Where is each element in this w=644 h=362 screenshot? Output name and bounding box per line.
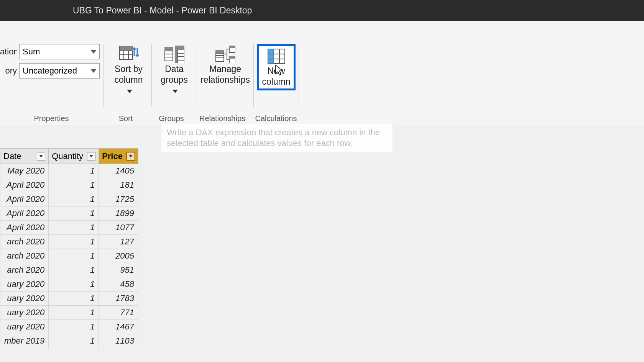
column-header-quantity[interactable]: Quantity xyxy=(49,149,99,164)
cell-date[interactable]: April 2020 xyxy=(0,178,49,192)
cell-price[interactable]: 1405 xyxy=(99,164,138,178)
ribbon-group-labels: Properties Sort Groups Relationships Cal… xyxy=(0,114,644,123)
cell-date[interactable]: uary 2020 xyxy=(0,320,49,334)
cell-quantity[interactable]: 1 xyxy=(49,206,99,221)
cell-quantity[interactable]: 1 xyxy=(49,320,99,334)
manage-relationships-button[interactable]: Manage relationships xyxy=(197,44,253,87)
svg-rect-18 xyxy=(175,46,177,63)
cell-quantity[interactable]: 1 xyxy=(49,178,99,192)
data-groups-label: Data groups xyxy=(159,64,190,96)
cell-price[interactable]: 1725 xyxy=(99,192,138,206)
cell-price[interactable]: 181 xyxy=(99,178,138,192)
category-value: Uncategorized xyxy=(23,66,77,76)
cell-date[interactable]: May 2020 xyxy=(0,164,49,178)
groups-group: Data groups xyxy=(152,44,197,107)
svg-rect-10 xyxy=(164,47,173,51)
cell-quantity[interactable]: 1 xyxy=(49,306,99,320)
table-row[interactable]: April 20201181 xyxy=(0,178,138,192)
relationships-group: Manage relationships xyxy=(197,44,254,107)
sort-button-label: Sort by column xyxy=(113,64,145,96)
data-groups-icon xyxy=(164,46,184,63)
cell-date[interactable]: uary 2020 xyxy=(0,292,49,306)
category-select[interactable]: Uncategorized xyxy=(19,63,100,79)
cell-date[interactable]: uary 2020 xyxy=(0,306,49,320)
chevron-down-icon xyxy=(91,69,96,73)
cell-date[interactable]: April 2020 xyxy=(0,221,49,235)
table-row[interactable]: uary 202011467 xyxy=(0,320,138,334)
relationships-icon xyxy=(215,46,235,63)
cell-quantity[interactable]: 1 xyxy=(49,164,99,178)
aggregation-select[interactable]: Sum xyxy=(19,44,100,59)
cell-price[interactable]: 1467 xyxy=(99,320,138,334)
cell-price[interactable]: 951 xyxy=(99,263,138,277)
table-row[interactable]: arch 20201127 xyxy=(0,235,138,249)
cell-price[interactable]: 1103 xyxy=(99,334,138,348)
sort-icon xyxy=(119,46,139,63)
table-row[interactable]: mber 201911103 xyxy=(0,334,138,348)
window-title: UBG To Power BI - Model - Power BI Deskt… xyxy=(73,5,252,16)
cell-price[interactable]: 127 xyxy=(99,235,138,249)
table-row[interactable]: uary 202011783 xyxy=(0,292,138,306)
svg-rect-25 xyxy=(229,46,235,48)
cell-quantity[interactable]: 1 xyxy=(49,334,99,348)
svg-rect-5 xyxy=(120,46,133,51)
cell-date[interactable]: arch 2020 xyxy=(0,263,49,277)
cell-quantity[interactable]: 1 xyxy=(49,221,99,235)
new-column-label: New column xyxy=(262,66,290,87)
table-row[interactable]: arch 20201951 xyxy=(0,263,138,277)
properties-group: ation Sum ory Uncategorized xyxy=(0,44,104,107)
svg-rect-27 xyxy=(229,56,235,59)
cell-price[interactable]: 1077 xyxy=(99,221,138,235)
data-grid-area: Date Quantity Price xyxy=(0,125,644,348)
cell-quantity[interactable]: 1 xyxy=(49,292,99,306)
svg-rect-33 xyxy=(268,49,274,64)
cell-price[interactable]: 458 xyxy=(99,277,138,292)
cell-price[interactable]: 1899 xyxy=(99,206,138,221)
cell-date[interactable]: April 2020 xyxy=(0,206,49,221)
svg-rect-23 xyxy=(215,50,224,53)
filter-button-price[interactable] xyxy=(127,152,135,161)
category-label: ory xyxy=(0,66,17,76)
cell-date[interactable]: uary 2020 xyxy=(0,277,49,292)
new-column-tooltip: Write a DAX expression that creates a ne… xyxy=(161,124,393,152)
title-bar: UBG To Power BI - Model - Power BI Deskt… xyxy=(0,0,644,21)
aggregation-value: Sum xyxy=(23,47,40,57)
table-row[interactable]: April 202011899 xyxy=(0,206,138,221)
column-header-date[interactable]: Date xyxy=(0,149,49,164)
calculations-group: New column xyxy=(254,44,299,107)
table-row[interactable]: uary 20201458 xyxy=(0,277,138,292)
new-column-button[interactable]: New column xyxy=(257,44,295,90)
cell-quantity[interactable]: 1 xyxy=(49,249,99,263)
filter-button-quantity[interactable] xyxy=(87,152,95,161)
cell-quantity[interactable]: 1 xyxy=(49,277,99,292)
ribbon: ation Sum ory Uncategorized xyxy=(0,21,644,125)
chevron-down-icon xyxy=(91,50,96,54)
column-header-price[interactable]: Price xyxy=(99,149,138,164)
cell-date[interactable]: April 2020 xyxy=(0,192,49,206)
cell-date[interactable]: arch 2020 xyxy=(0,235,49,249)
sort-by-column-button[interactable]: Sort by column xyxy=(110,44,148,97)
sort-group: Sort by column xyxy=(106,44,152,107)
data-groups-button[interactable]: Data groups xyxy=(156,44,193,97)
cell-quantity[interactable]: 1 xyxy=(49,235,99,249)
cell-date[interactable]: arch 2020 xyxy=(0,249,49,263)
aggregation-label: ation xyxy=(0,47,17,57)
filter-button-date[interactable] xyxy=(37,152,45,161)
table-row[interactable]: May 202011405 xyxy=(0,164,138,178)
cell-price[interactable]: 771 xyxy=(99,306,138,320)
table-row[interactable]: uary 20201771 xyxy=(0,306,138,320)
manage-relationships-label: Manage relationships xyxy=(200,64,250,85)
data-table: Date Quantity Price xyxy=(0,148,138,348)
cell-date[interactable]: mber 2019 xyxy=(0,334,49,348)
table-row[interactable]: April 202011725 xyxy=(0,192,138,206)
table-row[interactable]: arch 202012005 xyxy=(0,249,138,263)
table-row[interactable]: April 202011077 xyxy=(0,221,138,235)
cell-price[interactable]: 1783 xyxy=(99,292,138,306)
cell-quantity[interactable]: 1 xyxy=(49,192,99,206)
new-column-icon xyxy=(266,48,286,65)
cell-price[interactable]: 2005 xyxy=(99,249,138,263)
cell-quantity[interactable]: 1 xyxy=(49,263,99,277)
